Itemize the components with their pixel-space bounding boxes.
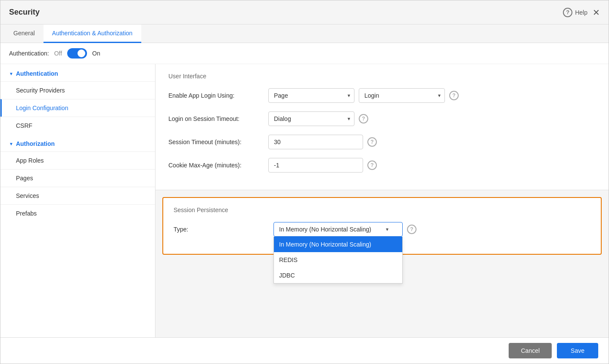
session-timeout-info-icon[interactable]: ? xyxy=(367,137,377,147)
sidebar-section-authorization[interactable]: ▼ Authorization xyxy=(0,134,155,151)
dropdown-option-redis[interactable]: REDIS xyxy=(274,252,402,268)
sidebar: ▼ Authentication Security Providers Logi… xyxy=(0,64,155,337)
session-timeout-row: Session Timeout (minutes): ? xyxy=(168,135,596,149)
content-panel: User Interface Enable App Login Using: P… xyxy=(155,64,609,337)
session-persistence-section: Session Persistence Type: In Memory (No … xyxy=(162,197,602,255)
login-session-timeout-row: Login on Session Timeout: Dialog Page No… xyxy=(168,111,596,126)
dropdown-selected[interactable]: In Memory (No Horizontal Scaling) ▾ xyxy=(273,222,403,237)
login-session-timeout-info-icon[interactable]: ? xyxy=(359,114,368,123)
authz-section-label: Authorization xyxy=(16,140,55,147)
dropdown-option-jdbc[interactable]: JDBC xyxy=(274,268,402,283)
cookie-max-age-input[interactable] xyxy=(268,158,363,173)
enable-app-login-row: Enable App Login Using: Page Dialog None xyxy=(168,88,596,103)
dropdown-selected-text: In Memory (No Horizontal Scaling) xyxy=(279,226,371,233)
session-timeout-label: Session Timeout (minutes): xyxy=(168,139,263,145)
dropdown-arrow-icon: ▾ xyxy=(386,226,388,232)
login-session-timeout-label: Login on Session Timeout: xyxy=(168,115,263,122)
page-select[interactable]: Page Dialog None xyxy=(268,88,354,103)
auth-toggle-switch[interactable] xyxy=(67,48,87,59)
dialog-select-wrapper: Dialog Page None xyxy=(268,111,354,126)
user-interface-title: User Interface xyxy=(168,73,596,80)
dialog-select[interactable]: Dialog Page None xyxy=(268,111,354,126)
sidebar-item-app-roles[interactable]: App Roles xyxy=(0,151,155,169)
sidebar-item-csrf[interactable]: CSRF xyxy=(0,117,155,134)
sidebar-section-authentication[interactable]: ▼ Authentication xyxy=(0,64,155,81)
cookie-max-age-row: Cookie Max-Age (minutes): ? xyxy=(168,158,596,173)
title-bar-right: ? Help ✕ xyxy=(563,8,600,17)
cookie-max-age-controls: ? xyxy=(268,158,377,173)
session-persistence-title: Session Persistence xyxy=(174,207,590,213)
cookie-max-age-label: Cookie Max-Age (minutes): xyxy=(168,162,263,169)
cookie-max-age-info-icon[interactable]: ? xyxy=(367,160,377,170)
window-title: Security xyxy=(9,8,40,17)
enable-app-login-info-icon[interactable]: ? xyxy=(449,91,459,100)
auth-toggle-row: Authentication: Off On xyxy=(0,43,609,64)
enable-app-login-controls: Page Dialog None Login Register Profile xyxy=(268,88,459,103)
main-content: ▼ Authentication Security Providers Logi… xyxy=(0,64,609,337)
page-select-wrapper: Page Dialog None xyxy=(268,88,354,103)
sidebar-item-security-providers[interactable]: Security Providers xyxy=(0,81,155,99)
sidebar-item-services[interactable]: Services xyxy=(0,187,155,204)
title-bar-left: Security xyxy=(9,8,40,17)
session-type-row: Type: In Memory (No Horizontal Scaling) … xyxy=(174,222,590,237)
authz-section-arrow: ▼ xyxy=(9,142,13,146)
dropdown-list: In Memory (No Horizontal Scaling) REDIS … xyxy=(273,237,403,284)
cancel-button[interactable]: Cancel xyxy=(509,343,552,358)
toggle-on-label: On xyxy=(92,50,100,57)
session-timeout-controls: ? xyxy=(268,135,377,149)
tab-auth[interactable]: Authentication & Authorization xyxy=(44,25,141,43)
session-type-controls: In Memory (No Horizontal Scaling) ▾ In M… xyxy=(273,222,416,237)
tabs-bar: General Authentication & Authorization xyxy=(0,25,609,43)
auth-section-arrow: ▼ xyxy=(9,71,13,76)
sidebar-item-pages[interactable]: Pages xyxy=(0,169,155,187)
login-select-wrapper: Login Register Profile xyxy=(359,88,445,103)
security-dialog: Security ? Help ✕ General Authentication… xyxy=(0,0,609,364)
session-type-info-icon[interactable]: ? xyxy=(407,225,416,234)
help-circle-icon: ? xyxy=(563,8,572,17)
user-interface-section: User Interface Enable App Login Using: P… xyxy=(155,64,609,190)
title-bar: Security ? Help ✕ xyxy=(0,0,609,25)
auth-section-label: Authentication xyxy=(16,70,58,77)
close-button[interactable]: ✕ xyxy=(593,8,600,17)
session-type-dropdown[interactable]: In Memory (No Horizontal Scaling) ▾ In M… xyxy=(273,222,403,237)
login-session-timeout-controls: Dialog Page None ? xyxy=(268,111,368,126)
save-button[interactable]: Save xyxy=(557,343,598,358)
sidebar-item-login-configuration[interactable]: Login Configuration xyxy=(0,99,155,117)
enable-app-login-label: Enable App Login Using: xyxy=(168,92,263,99)
auth-toggle-label: Authentication: xyxy=(9,50,49,57)
login-select[interactable]: Login Register Profile xyxy=(359,88,445,103)
sidebar-item-prefabs[interactable]: Prefabs xyxy=(0,204,155,222)
tab-general[interactable]: General xyxy=(5,25,44,43)
session-timeout-input[interactable] xyxy=(268,135,363,149)
dropdown-option-in-memory[interactable]: In Memory (No Horizontal Scaling) xyxy=(274,237,402,252)
help-label: Help xyxy=(575,9,587,16)
session-type-label: Type: xyxy=(174,226,268,233)
action-bar: Cancel Save xyxy=(0,337,609,364)
help-button[interactable]: ? Help xyxy=(563,8,587,17)
toggle-off-label: Off xyxy=(54,50,62,57)
